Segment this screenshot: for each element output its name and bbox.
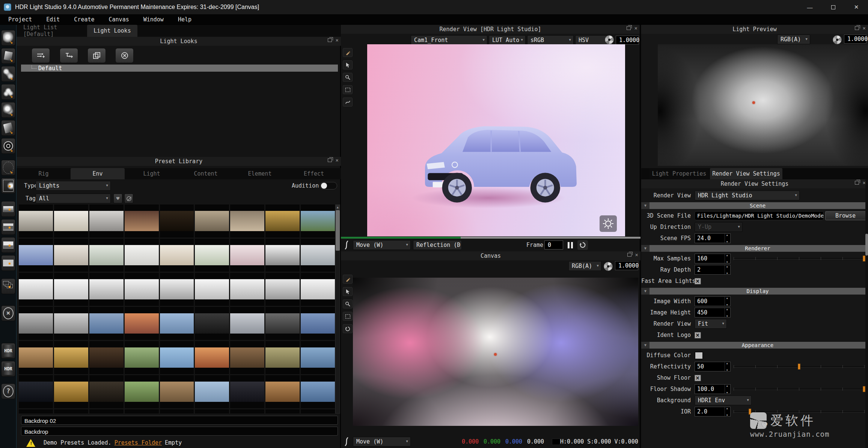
preset-thumbnail[interactable] (89, 204, 124, 238)
preset-thumbnail[interactable] (89, 375, 124, 408)
preset-thumbnail[interactable] (195, 409, 229, 413)
close-panel-icon[interactable]: × (635, 253, 638, 257)
curve-tool-icon[interactable] (343, 98, 353, 107)
tab-light-properties[interactable]: Light Properties (649, 168, 709, 179)
region-tool-icon[interactable] (343, 85, 353, 94)
float-panel-icon[interactable] (627, 253, 631, 257)
hdr-export-button[interactable]: HDR (1, 343, 15, 359)
cursor-tool-icon[interactable] (343, 287, 353, 296)
preset-thumbnail[interactable] (19, 409, 53, 413)
preset-thumbnail[interactable] (230, 307, 264, 340)
preset-thumbnail[interactable] (265, 375, 300, 408)
create-flat-backdrop-button[interactable] (1, 255, 15, 271)
preset-thumbnail[interactable] (19, 341, 53, 374)
frame-input[interactable]: 0 (544, 241, 563, 250)
delete-light-button[interactable]: × (1, 305, 15, 321)
preset-thumbnail[interactable] (160, 341, 194, 374)
pen-tool-icon[interactable] (343, 48, 353, 57)
menu-canvas[interactable]: Canvas (103, 16, 135, 23)
preset-thumbnail[interactable] (230, 409, 264, 413)
preset-thumbnail[interactable] (230, 273, 264, 306)
preset-thumbnail[interactable] (265, 273, 300, 306)
zoom-tool-icon[interactable] (343, 73, 353, 82)
look-tree-item-default[interactable]: Default (21, 65, 338, 72)
preset-thumbnail[interactable] (301, 375, 335, 408)
paint-mode-dropdown[interactable]: Reflection (D) (413, 240, 462, 250)
tab-light-looks[interactable]: Light Looks (87, 25, 137, 37)
preset-thumbnail[interactable] (89, 307, 124, 340)
canvas-exposure-field[interactable]: 1.0000 (615, 261, 638, 270)
tab-light-list[interactable]: Light List [Default] (23, 25, 86, 37)
preset-name-field-1[interactable] (21, 416, 338, 425)
collapse-triangle-icon[interactable]: ▼ (641, 288, 649, 295)
scene-fps-input[interactable]: 24.0 (695, 233, 731, 243)
scroll-up-icon[interactable]: ▲ (336, 205, 340, 210)
close-panel-icon[interactable]: × (634, 26, 637, 30)
preset-thumbnail[interactable] (195, 239, 229, 272)
preset-thumbnail[interactable] (301, 307, 335, 340)
light-position-dot[interactable] (752, 101, 755, 104)
create-gradient-backdrop-button[interactable] (1, 201, 15, 217)
colorspace-dropdown[interactable]: sRGB (527, 35, 574, 45)
background-dropdown[interactable]: HDRI Env (695, 395, 752, 405)
preset-thumbnail[interactable] (301, 239, 335, 272)
tab-env[interactable]: Env (71, 168, 125, 179)
diffuse-color-swatch[interactable] (695, 352, 703, 359)
create-square-light-button[interactable] (1, 48, 15, 64)
pen-tool-icon[interactable] (343, 275, 353, 284)
canvas-channel-dropdown[interactable]: RGB(A) (568, 261, 601, 271)
preset-thumbnail[interactable] (195, 204, 229, 238)
create-composite-light-button[interactable] (1, 278, 15, 294)
help-button[interactable]: ? (1, 383, 15, 399)
maximize-button[interactable] (821, 0, 845, 14)
close-panel-icon[interactable]: × (863, 26, 866, 30)
spinner-arrows-icon[interactable] (725, 234, 730, 243)
preset-thumbnail[interactable] (125, 273, 159, 306)
up-direction-dropdown[interactable]: Y-Up (695, 222, 743, 232)
preset-thumbnail[interactable] (230, 239, 264, 272)
canvas-mode-dropdown[interactable]: Move (W) (353, 437, 411, 446)
presets-folder-link[interactable]: Presets Folder (115, 439, 162, 446)
create-horizon-backdrop-button[interactable] (1, 237, 15, 253)
preset-thumbnail[interactable] (265, 341, 300, 374)
preset-thumbnail[interactable] (160, 273, 194, 306)
preset-thumbnail[interactable] (54, 409, 88, 413)
preset-thumbnail[interactable] (195, 341, 229, 374)
camera-dropdown[interactable]: Cam1_Front (411, 35, 487, 45)
float-panel-icon[interactable] (328, 158, 332, 162)
collapse-triangle-icon[interactable]: ▼ (641, 245, 649, 252)
preset-thumbnail[interactable] (160, 409, 194, 413)
light-preview-image[interactable] (658, 44, 868, 166)
render-view-fit-dropdown[interactable]: Fit (695, 319, 727, 329)
preset-thumbnail[interactable] (19, 204, 53, 238)
preset-thumbnail[interactable] (89, 273, 124, 306)
color-wheel-icon[interactable] (604, 262, 613, 271)
menu-help[interactable]: Help (172, 16, 197, 23)
duplicate-look-button[interactable] (87, 48, 106, 63)
preset-thumbnail[interactable] (265, 204, 300, 238)
pause-button[interactable] (568, 242, 573, 248)
spinner-arrows-icon[interactable] (725, 385, 730, 394)
image-height-input[interactable]: 450 (695, 308, 731, 317)
preset-thumbnail[interactable] (125, 341, 159, 374)
preset-thumbnail[interactable] (230, 341, 264, 374)
show-floor-checkbox[interactable] (695, 375, 701, 381)
floor-shadow-slider[interactable] (733, 384, 866, 394)
color-wheel-icon[interactable] (833, 35, 842, 44)
preset-thumbnail[interactable] (125, 409, 159, 413)
menu-window[interactable]: Window (137, 16, 170, 23)
create-sun-light-button[interactable] (1, 178, 15, 194)
spinner-arrows-icon[interactable] (725, 254, 730, 263)
spinner-arrows-icon[interactable] (725, 297, 730, 306)
scrollbar-thumb[interactable] (336, 210, 340, 251)
create-gradient-light-button[interactable] (1, 120, 15, 136)
collapse-triangle-icon[interactable]: ▼ (641, 202, 649, 209)
audition-toggle[interactable] (320, 182, 337, 189)
spinner-arrows-icon[interactable] (725, 362, 730, 371)
spinner-arrows-icon[interactable] (725, 308, 730, 317)
preset-thumbnail[interactable] (301, 273, 335, 306)
create-swoosh-light-button[interactable] (1, 84, 15, 100)
preset-thumbnail[interactable] (301, 204, 335, 238)
preset-thumbnail[interactable] (125, 204, 159, 238)
menu-edit[interactable]: Edit (40, 16, 66, 23)
